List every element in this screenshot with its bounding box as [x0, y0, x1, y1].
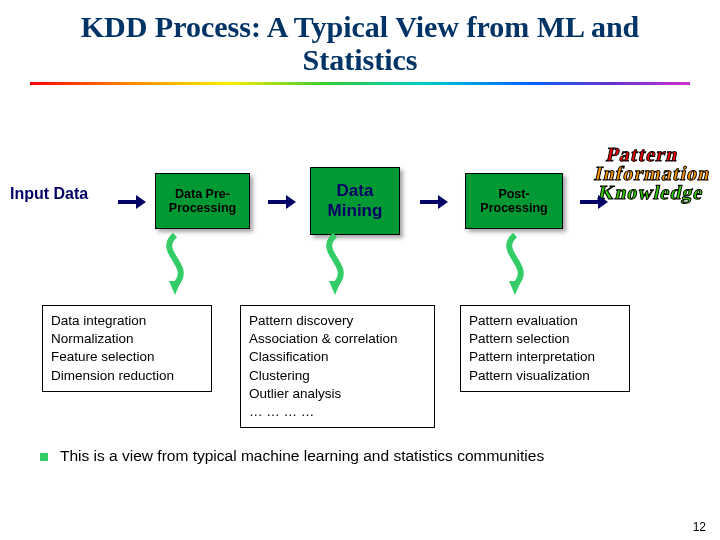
- slide-title: KDD Process: A Typical View from ML and …: [0, 0, 720, 80]
- arrow-icon: [420, 195, 448, 209]
- arrow-icon: [268, 195, 296, 209]
- box-postprocessing: Post-Processing: [465, 173, 563, 229]
- box-data-mining: Data Mining: [310, 167, 400, 235]
- bullet-square-icon: [40, 453, 48, 461]
- page-number: 12: [693, 520, 706, 534]
- detail-preprocessing: Data integrationNormalizationFeature sel…: [42, 305, 212, 392]
- curly-connector-icon: [500, 235, 530, 295]
- box-preprocessing: Data Pre-Processing: [155, 173, 250, 229]
- detail-mining: Pattern discoveryAssociation & correlati…: [240, 305, 435, 428]
- arrow-icon: [580, 195, 608, 209]
- footer-bullet-text: This is a view from typical machine lear…: [60, 447, 544, 464]
- input-data-label: Input Data: [10, 185, 88, 203]
- arrow-icon: [118, 195, 146, 209]
- flow-row: Input Data Data Pre-Processing Data Mini…: [0, 165, 720, 245]
- detail-postprocessing: Pattern evaluationPattern selectionPatte…: [460, 305, 630, 392]
- footer-bullet: This is a view from typical machine lear…: [40, 447, 700, 465]
- rainbow-divider: [30, 82, 690, 85]
- curly-connector-icon: [160, 235, 190, 295]
- curly-connector-icon: [320, 235, 350, 295]
